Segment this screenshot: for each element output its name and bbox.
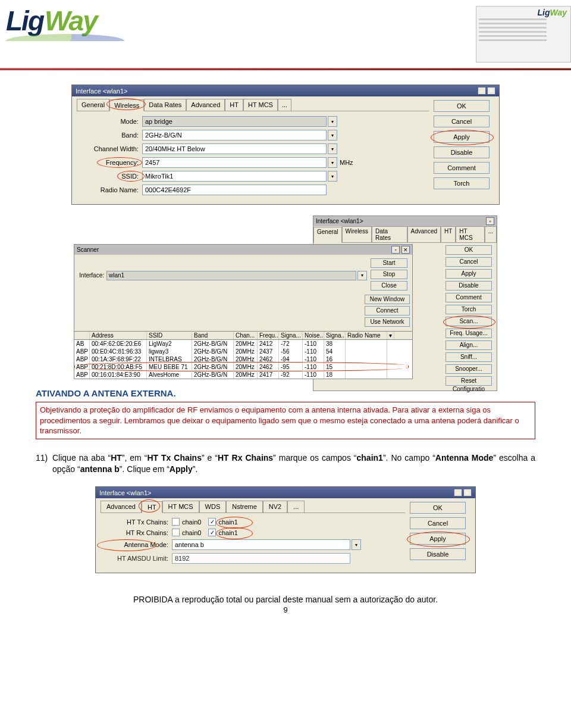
col-address[interactable]: Address — [90, 332, 147, 339]
sb-scan[interactable]: Scan... — [445, 317, 492, 326]
d3-apply-button[interactable]: Apply — [410, 533, 466, 545]
col-ssid[interactable]: SSID — [147, 332, 192, 339]
frequency-label: Frequency: — [77, 159, 142, 166]
ssid-input[interactable]: MikroTik1 — [142, 171, 327, 182]
d3-tab-more[interactable]: ... — [287, 501, 305, 513]
scanner-interface-dropdown-icon[interactable]: ▾ — [357, 271, 367, 280]
sb-disable[interactable]: Disable — [445, 281, 492, 290]
small-restore-icon[interactable]: ▫ — [486, 217, 494, 225]
scanner-restore-icon[interactable]: ▫ — [391, 246, 400, 254]
antenna-mode-dropdown-icon[interactable]: ▾ — [352, 539, 361, 550]
radio-name-input[interactable]: 000C42E4692F — [142, 185, 327, 195]
dialog3-titlebar[interactable]: Interface <wlan1> ▫ ✕ — [96, 487, 475, 498]
sb-freq-usage[interactable]: Freq. Usage... — [445, 329, 492, 338]
sb-apply[interactable]: Apply — [445, 269, 492, 279]
frequency-dropdown-icon[interactable]: ▾ — [328, 157, 337, 168]
close-icon[interactable]: ✕ — [487, 87, 495, 95]
rx-chain0-label: chain0 — [182, 529, 201, 536]
sb-ok[interactable]: OK — [445, 245, 492, 255]
scanner-close-icon[interactable]: ✕ — [401, 246, 410, 254]
amsdu-input[interactable]: 8192 — [172, 553, 350, 564]
d3-tab-advanced[interactable]: Advanced — [101, 501, 142, 513]
d3-ok-button[interactable]: OK — [410, 502, 466, 514]
small-dialog-titlebar[interactable]: Interface <wlan1> ▫ — [313, 216, 497, 226]
col-freq[interactable]: Frequ... — [258, 332, 279, 339]
tab-advanced[interactable]: Advanced — [186, 99, 225, 111]
sb-align[interactable]: Align... — [445, 340, 492, 350]
sb-comment[interactable]: Comment — [445, 293, 492, 302]
sb-sniff[interactable]: Sniff... — [445, 352, 492, 362]
scanner-row[interactable]: ABP00:16:01:84:E3:90AlvesHome2GHz-B/G/N2… — [74, 371, 412, 379]
stab-ht[interactable]: HT — [441, 226, 456, 242]
scanner-row[interactable]: ABP00:21:8D:00:AB:F5MEU BEBE 712GHz-B/G/… — [74, 363, 412, 371]
tab-data-rates[interactable]: Data Rates — [144, 99, 186, 111]
scanner-connect-button[interactable]: Connect — [365, 306, 410, 315]
d3-tab-htmcs[interactable]: HT MCS — [162, 501, 199, 513]
ok-button[interactable]: OK — [434, 100, 490, 112]
d3-tab-wds[interactable]: WDS — [199, 501, 227, 513]
d3-tab-nv2[interactable]: NV2 — [263, 501, 287, 513]
channel-width-dropdown-icon[interactable]: ▾ — [328, 143, 337, 154]
col-snr[interactable]: Signa... — [324, 332, 346, 339]
scanner-interface-input[interactable]: wlan1 — [106, 271, 356, 280]
tx-chain1-checkbox[interactable]: ✓ — [208, 518, 216, 526]
stab-htmcs[interactable]: HT MCS — [456, 226, 484, 242]
band-dropdown-icon[interactable]: ▾ — [328, 130, 337, 140]
antenna-mode-input[interactable]: antenna b — [172, 539, 350, 550]
channel-width-input[interactable]: 20/40MHz HT Below — [142, 143, 327, 154]
sb-snooper[interactable]: Snooper... — [445, 364, 492, 374]
tx-chain1-label: chain1 — [218, 518, 237, 526]
d3-disable-button[interactable]: Disable — [410, 548, 466, 560]
d3-tab-ht[interactable]: HT — [142, 501, 162, 513]
col-noise[interactable]: Noise... — [303, 332, 324, 339]
tab-ht[interactable]: HT — [225, 99, 243, 111]
channel-width-label: Channel Width: — [77, 145, 142, 152]
rx-chain1-checkbox[interactable]: ✓ — [208, 529, 216, 536]
band-input[interactable]: 2GHz-B/G/N — [142, 130, 327, 140]
sb-torch[interactable]: Torch — [445, 305, 492, 314]
scanner-interface-label: Interface: — [77, 272, 106, 279]
d3-close-icon[interactable]: ✕ — [463, 489, 472, 496]
mode-input[interactable]: ap bridge — [142, 116, 327, 127]
stab-general[interactable]: General — [313, 227, 342, 243]
apply-button[interactable]: Apply — [434, 131, 490, 143]
tab-more[interactable]: ... — [278, 99, 291, 111]
mode-dropdown-icon[interactable]: ▾ — [328, 116, 337, 127]
scanner-row[interactable]: AB00:4F:62:0E:20:E6LigWay22GHz-B/G/N20MH… — [74, 340, 412, 348]
disable-button[interactable]: Disable — [434, 146, 490, 158]
torch-button[interactable]: Torch — [434, 177, 490, 189]
dialog-titlebar[interactable]: Interface <wlan1> ▫ ✕ — [72, 85, 499, 96]
d3-cancel-button[interactable]: Cancel — [410, 517, 466, 529]
d3-tab-nstreme[interactable]: Nstreme — [226, 501, 263, 513]
scanner-close-button[interactable]: Close — [371, 281, 407, 290]
tab-wireless[interactable]: Wireless — [109, 99, 144, 111]
d3-restore-icon[interactable]: ▫ — [454, 489, 462, 496]
scanner-table-header[interactable]: Address SSID Band Chan... Frequ... Signa… — [74, 332, 412, 340]
col-channel[interactable]: Chan... — [234, 332, 258, 339]
scanner-use-network-button[interactable]: Use Network — [365, 317, 410, 327]
scanner-titlebar[interactable]: Scanner ▫ ✕ — [74, 245, 412, 255]
stab-advanced[interactable]: Advanced — [407, 226, 441, 242]
stab-datarates[interactable]: Data Rates — [372, 226, 407, 242]
stab-more[interactable]: ... — [485, 226, 497, 242]
sb-reset[interactable]: Reset Configuratio — [445, 376, 492, 386]
cancel-button[interactable]: Cancel — [434, 115, 490, 127]
scanner-new-window-button[interactable]: New Window — [365, 295, 410, 304]
ssid-dropdown-icon[interactable]: ▾ — [328, 171, 337, 182]
stab-wireless[interactable]: Wireless — [342, 226, 372, 242]
scanner-stop-button[interactable]: Stop — [371, 270, 407, 279]
tab-general[interactable]: General — [77, 99, 109, 111]
col-radio-name[interactable]: Radio Name — [346, 332, 387, 339]
comment-button[interactable]: Comment — [434, 162, 490, 174]
frequency-input[interactable]: 2457 — [142, 157, 327, 168]
sb-cancel[interactable]: Cancel — [445, 257, 492, 267]
col-band[interactable]: Band — [192, 332, 234, 339]
scanner-row[interactable]: ABP00:E0:4C:81:96:33ligway32GHz-B/G/N20M… — [74, 348, 412, 355]
window-restore-icon[interactable]: ▫ — [478, 87, 486, 95]
rx-chain0-checkbox[interactable] — [172, 529, 180, 536]
col-corner-dropdown-icon[interactable]: ▾ — [387, 332, 394, 339]
tab-htmcs[interactable]: HT MCS — [243, 99, 278, 111]
scanner-start-button[interactable]: Start — [371, 258, 407, 268]
col-signal[interactable]: Signa... — [279, 332, 303, 339]
tx-chain0-checkbox[interactable] — [172, 518, 180, 526]
